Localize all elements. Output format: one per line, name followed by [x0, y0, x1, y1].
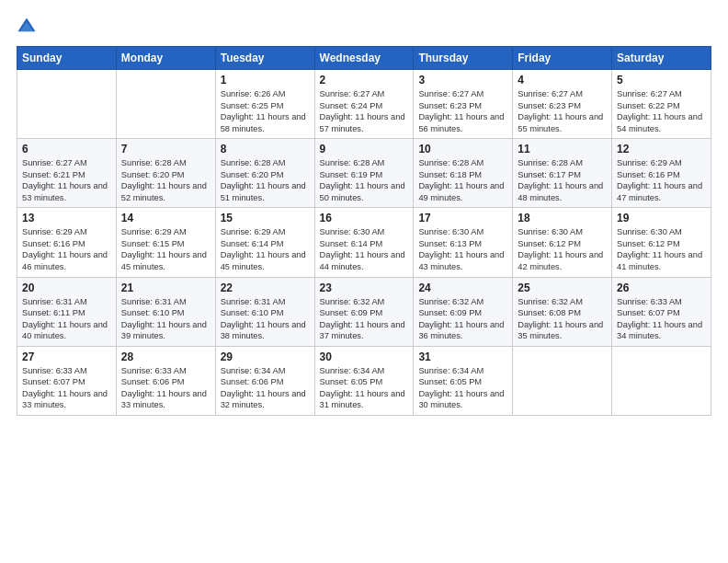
day-number: 24 [418, 282, 507, 294]
calendar-cell: 27Sunrise: 6:33 AM Sunset: 6:07 PM Dayli… [17, 346, 117, 415]
calendar-header-row: SundayMondayTuesdayWednesdayThursdayFrid… [17, 47, 711, 70]
weekday-header: Sunday [17, 47, 117, 70]
cell-info: Sunrise: 6:28 AM Sunset: 6:19 PM Dayligh… [320, 157, 409, 203]
calendar-cell: 10Sunrise: 6:28 AM Sunset: 6:18 PM Dayli… [414, 139, 513, 208]
calendar-cell: 25Sunrise: 6:32 AM Sunset: 6:08 PM Dayli… [513, 277, 612, 346]
day-number: 21 [121, 282, 210, 294]
cell-info: Sunrise: 6:27 AM Sunset: 6:23 PM Dayligh… [518, 88, 607, 134]
header [17, 17, 711, 37]
cell-info: Sunrise: 6:33 AM Sunset: 6:07 PM Dayligh… [22, 365, 111, 411]
page: SundayMondayTuesdayWednesdayThursdayFrid… [0, 0, 728, 563]
cell-info: Sunrise: 6:31 AM Sunset: 6:11 PM Dayligh… [22, 296, 111, 342]
calendar-cell [513, 346, 612, 415]
calendar-week-row: 27Sunrise: 6:33 AM Sunset: 6:07 PM Dayli… [17, 346, 711, 415]
calendar-cell: 13Sunrise: 6:29 AM Sunset: 6:16 PM Dayli… [17, 208, 117, 277]
cell-info: Sunrise: 6:34 AM Sunset: 6:06 PM Dayligh… [221, 365, 310, 411]
day-number: 3 [418, 74, 507, 86]
calendar-cell: 3Sunrise: 6:27 AM Sunset: 6:23 PM Daylig… [414, 70, 513, 139]
cell-info: Sunrise: 6:31 AM Sunset: 6:10 PM Dayligh… [121, 296, 210, 342]
cell-info: Sunrise: 6:28 AM Sunset: 6:20 PM Dayligh… [221, 157, 310, 203]
day-number: 25 [518, 282, 607, 294]
calendar-cell: 19Sunrise: 6:30 AM Sunset: 6:12 PM Dayli… [612, 208, 711, 277]
cell-info: Sunrise: 6:26 AM Sunset: 6:25 PM Dayligh… [221, 88, 310, 134]
day-number: 28 [121, 350, 210, 363]
logo-icon [17, 17, 37, 37]
day-number: 27 [22, 350, 111, 363]
weekday-header: Monday [116, 47, 215, 70]
calendar-cell: 21Sunrise: 6:31 AM Sunset: 6:10 PM Dayli… [116, 277, 215, 346]
day-number: 18 [518, 212, 607, 224]
day-number: 12 [617, 143, 706, 155]
day-number: 31 [418, 350, 507, 363]
cell-info: Sunrise: 6:27 AM Sunset: 6:24 PM Dayligh… [320, 88, 409, 134]
calendar-cell: 26Sunrise: 6:33 AM Sunset: 6:07 PM Dayli… [612, 277, 711, 346]
day-number: 2 [320, 74, 409, 86]
calendar-cell: 28Sunrise: 6:33 AM Sunset: 6:06 PM Dayli… [116, 346, 215, 415]
cell-info: Sunrise: 6:31 AM Sunset: 6:10 PM Dayligh… [221, 296, 310, 342]
weekday-header: Saturday [612, 47, 711, 70]
day-number: 26 [617, 282, 706, 294]
calendar-week-row: 1Sunrise: 6:26 AM Sunset: 6:25 PM Daylig… [17, 70, 711, 139]
calendar-cell: 11Sunrise: 6:28 AM Sunset: 6:17 PM Dayli… [513, 139, 612, 208]
calendar-cell: 4Sunrise: 6:27 AM Sunset: 6:23 PM Daylig… [513, 70, 612, 139]
day-number: 8 [221, 143, 310, 155]
cell-info: Sunrise: 6:34 AM Sunset: 6:05 PM Dayligh… [320, 365, 409, 411]
calendar-cell: 16Sunrise: 6:30 AM Sunset: 6:14 PM Dayli… [314, 208, 414, 277]
calendar-cell: 5Sunrise: 6:27 AM Sunset: 6:22 PM Daylig… [612, 70, 711, 139]
cell-info: Sunrise: 6:30 AM Sunset: 6:13 PM Dayligh… [418, 226, 507, 272]
calendar-table: SundayMondayTuesdayWednesdayThursdayFrid… [17, 46, 711, 416]
calendar-cell: 17Sunrise: 6:30 AM Sunset: 6:13 PM Dayli… [414, 208, 513, 277]
calendar-cell [612, 346, 711, 415]
calendar-cell: 1Sunrise: 6:26 AM Sunset: 6:25 PM Daylig… [215, 70, 314, 139]
cell-info: Sunrise: 6:28 AM Sunset: 6:18 PM Dayligh… [418, 157, 507, 203]
day-number: 16 [320, 212, 409, 224]
calendar-cell: 18Sunrise: 6:30 AM Sunset: 6:12 PM Dayli… [513, 208, 612, 277]
calendar-cell: 8Sunrise: 6:28 AM Sunset: 6:20 PM Daylig… [215, 139, 314, 208]
cell-info: Sunrise: 6:27 AM Sunset: 6:23 PM Dayligh… [418, 88, 507, 134]
weekday-header: Thursday [414, 47, 513, 70]
calendar-cell: 15Sunrise: 6:29 AM Sunset: 6:14 PM Dayli… [215, 208, 314, 277]
cell-info: Sunrise: 6:30 AM Sunset: 6:12 PM Dayligh… [518, 226, 607, 272]
day-number: 22 [221, 282, 310, 294]
calendar-cell: 22Sunrise: 6:31 AM Sunset: 6:10 PM Dayli… [215, 277, 314, 346]
calendar-cell: 12Sunrise: 6:29 AM Sunset: 6:16 PM Dayli… [612, 139, 711, 208]
calendar-cell: 31Sunrise: 6:34 AM Sunset: 6:05 PM Dayli… [414, 346, 513, 415]
day-number: 19 [617, 212, 706, 224]
day-number: 6 [22, 143, 111, 155]
day-number: 20 [22, 282, 111, 294]
weekday-header: Wednesday [314, 47, 414, 70]
calendar-cell: 29Sunrise: 6:34 AM Sunset: 6:06 PM Dayli… [215, 346, 314, 415]
day-number: 15 [221, 212, 310, 224]
logo [17, 17, 40, 37]
calendar-cell: 23Sunrise: 6:32 AM Sunset: 6:09 PM Dayli… [314, 277, 414, 346]
calendar-week-row: 13Sunrise: 6:29 AM Sunset: 6:16 PM Dayli… [17, 208, 711, 277]
day-number: 30 [320, 350, 409, 363]
day-number: 17 [418, 212, 507, 224]
cell-info: Sunrise: 6:27 AM Sunset: 6:21 PM Dayligh… [22, 157, 111, 203]
calendar-cell [116, 70, 215, 139]
cell-info: Sunrise: 6:32 AM Sunset: 6:09 PM Dayligh… [320, 296, 409, 342]
calendar-cell: 6Sunrise: 6:27 AM Sunset: 6:21 PM Daylig… [17, 139, 117, 208]
day-number: 5 [617, 74, 706, 86]
day-number: 4 [518, 74, 607, 86]
cell-info: Sunrise: 6:34 AM Sunset: 6:05 PM Dayligh… [418, 365, 507, 411]
cell-info: Sunrise: 6:33 AM Sunset: 6:06 PM Dayligh… [121, 365, 210, 411]
cell-info: Sunrise: 6:32 AM Sunset: 6:08 PM Dayligh… [518, 296, 607, 342]
cell-info: Sunrise: 6:28 AM Sunset: 6:17 PM Dayligh… [518, 157, 607, 203]
day-number: 9 [320, 143, 409, 155]
cell-info: Sunrise: 6:33 AM Sunset: 6:07 PM Dayligh… [617, 296, 706, 342]
cell-info: Sunrise: 6:29 AM Sunset: 6:16 PM Dayligh… [22, 226, 111, 272]
day-number: 1 [221, 74, 310, 86]
cell-info: Sunrise: 6:32 AM Sunset: 6:09 PM Dayligh… [418, 296, 507, 342]
weekday-header: Tuesday [215, 47, 314, 70]
calendar-cell: 30Sunrise: 6:34 AM Sunset: 6:05 PM Dayli… [314, 346, 414, 415]
calendar-cell [17, 70, 117, 139]
cell-info: Sunrise: 6:29 AM Sunset: 6:14 PM Dayligh… [221, 226, 310, 272]
weekday-header: Friday [513, 47, 612, 70]
cell-info: Sunrise: 6:29 AM Sunset: 6:15 PM Dayligh… [121, 226, 210, 272]
cell-info: Sunrise: 6:30 AM Sunset: 6:14 PM Dayligh… [320, 226, 409, 272]
calendar-cell: 9Sunrise: 6:28 AM Sunset: 6:19 PM Daylig… [314, 139, 414, 208]
day-number: 29 [221, 350, 310, 363]
day-number: 14 [121, 212, 210, 224]
calendar-cell: 14Sunrise: 6:29 AM Sunset: 6:15 PM Dayli… [116, 208, 215, 277]
